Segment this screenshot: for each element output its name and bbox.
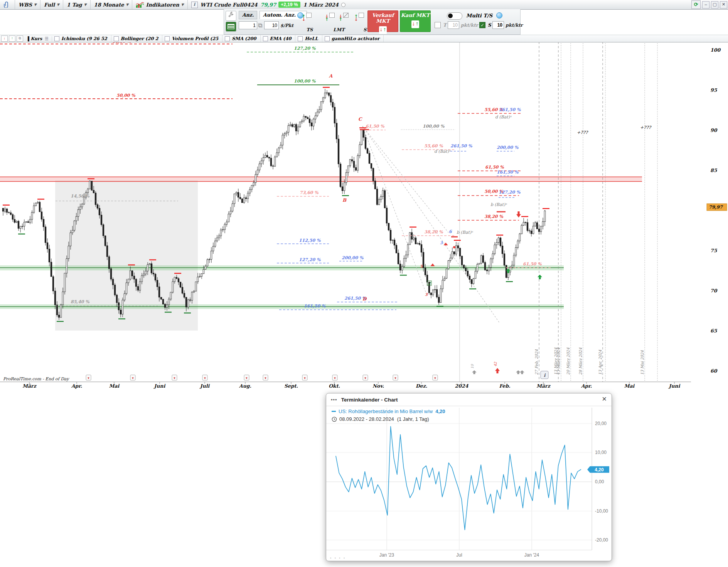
fib-level-label: 55,60 % bbox=[424, 143, 443, 148]
chain-link-icon: ⧉ bbox=[258, 22, 262, 29]
close-button[interactable]: ✕ bbox=[720, 1, 727, 8]
fib-level-label: 85,40 % bbox=[71, 299, 89, 304]
fib-level-label: 127,20 % bbox=[294, 46, 316, 51]
fib-level-label: 161,50 % bbox=[497, 170, 519, 175]
checkbox-icon[interactable] bbox=[263, 36, 268, 41]
svg-text:▾: ▾ bbox=[265, 376, 266, 380]
y-axis-price-label: 90 bbox=[710, 127, 718, 133]
fib-level-label: 161,50 % bbox=[304, 304, 326, 309]
svg-text:▾: ▾ bbox=[204, 376, 206, 380]
order-group-ts[interactable]: ↑↓ bbox=[302, 12, 312, 21]
terminkalender-header[interactable]: ••• Terminkalender - Chart ✕ bbox=[326, 393, 612, 406]
period-detail: (1 Jahr, 1 Tag) bbox=[397, 416, 429, 422]
list-icon: ☰ bbox=[45, 36, 49, 41]
order-group-ts-label: TS bbox=[302, 27, 317, 32]
axis-event-arrow[interactable] bbox=[516, 370, 521, 374]
checkbox-icon[interactable] bbox=[54, 36, 59, 41]
kurs-label: Kurs bbox=[31, 36, 42, 41]
sell-market-button[interactable]: Verkauf MKT ⇣⇡ bbox=[367, 10, 398, 32]
indicator-label: HeLL bbox=[305, 36, 318, 41]
sell-arrow-icon bbox=[516, 211, 521, 218]
multi-ts-toggle[interactable] bbox=[447, 12, 462, 20]
calculator-button[interactable] bbox=[226, 22, 236, 32]
series-label: US: Rohöllagerbestände in Mio Barrel w/w bbox=[339, 408, 433, 414]
pattern-diagonal-line bbox=[362, 126, 427, 296]
x-axis-month-label: 2024 bbox=[455, 383, 468, 389]
indicator-toggle[interactable]: Ichimoku (9 26 52 bbox=[52, 35, 111, 42]
price-down-button[interactable]: ↓ bbox=[1, 35, 8, 42]
tab-anz[interactable]: Anz. bbox=[239, 11, 257, 19]
timeframe-dropdown[interactable]: 1 Tag▼ bbox=[63, 0, 90, 9]
settings-wrench-button[interactable] bbox=[226, 11, 236, 21]
range-dropdown[interactable]: 18 Monate▼ bbox=[91, 0, 133, 9]
tab-autom-anz[interactable]: Autom. Anz. bbox=[260, 11, 307, 19]
calendar-x-label: Jan '23 bbox=[379, 552, 394, 558]
x-axis-month-label: Okt. bbox=[329, 383, 340, 389]
indicator-toggle[interactable]: gannHiLo activator bbox=[322, 35, 384, 42]
order-ticket-icon: ⇣⇡ bbox=[379, 26, 387, 34]
inventory-line-series bbox=[336, 427, 581, 530]
indicator-label: Ichimoku (9 26 52 bbox=[61, 36, 107, 41]
sync-button[interactable]: ⟳ bbox=[691, 0, 701, 9]
indicator-toggle[interactable]: Bollinger (20 2 bbox=[111, 35, 163, 42]
minimize-button[interactable]: – bbox=[702, 1, 709, 8]
layout-dropdown[interactable]: Full▼ bbox=[40, 0, 63, 9]
indicator-toggle[interactable]: SMA (200 bbox=[222, 35, 260, 42]
checkbox-icon[interactable] bbox=[165, 36, 170, 41]
terminkalender-window: ••• Terminkalender - Chart ✕ 20,0010,000… bbox=[326, 393, 612, 561]
quantity-input[interactable] bbox=[239, 21, 257, 29]
calendar-line-chart[interactable]: 20,0010,000,00-10,00-20,00Jan '23JulJan … bbox=[326, 406, 611, 561]
fib-level-label: 261,50 % bbox=[450, 143, 472, 148]
x-axis-month-label: Dez. bbox=[416, 383, 427, 389]
checkbox-icon[interactable] bbox=[225, 36, 230, 41]
calendar-y-label: 10,00 bbox=[595, 450, 607, 455]
y-axis-price-label: 100 bbox=[710, 47, 721, 53]
checkbox-icon[interactable] bbox=[325, 36, 330, 41]
svg-text:▾: ▾ bbox=[174, 376, 175, 380]
x-axis-month-label: März bbox=[536, 383, 551, 389]
price-up-button[interactable]: ↑ bbox=[9, 35, 15, 42]
stop-checkbox[interactable]: ✓ bbox=[479, 22, 485, 28]
terminkalender-body: 20,0010,000,00-10,00-20,00Jan '23JulJan … bbox=[326, 406, 612, 561]
symbol-list-dropdown[interactable]: WBS▼ bbox=[15, 0, 40, 9]
horizontal-band bbox=[0, 177, 642, 182]
signal-triangle bbox=[443, 243, 448, 245]
axis-event-arrow[interactable] bbox=[472, 370, 477, 374]
indicator-toggle[interactable]: Volumen Profil (25 bbox=[162, 35, 222, 42]
buy-market-button[interactable]: Kauf MKT ⇣⇡ bbox=[400, 10, 431, 32]
info-icon[interactable]: i bbox=[191, 2, 198, 8]
order-group-lmt[interactable]: ↓↑ ↓↑ bbox=[325, 12, 349, 21]
duplicate-window-button[interactable]: ⧉ bbox=[17, 35, 23, 42]
kurs-selector[interactable]: ▐ Kurs ☰ bbox=[23, 36, 52, 41]
indicators-dropdown[interactable]: Indikatoren▼ bbox=[132, 0, 187, 9]
points-input[interactable] bbox=[264, 21, 279, 29]
fib-level-label: 3 bbox=[440, 241, 443, 245]
indicator-label: EMA (40 bbox=[270, 36, 292, 41]
event-date-label: 13 Mai 2024 bbox=[640, 350, 644, 375]
link-tool[interactable] bbox=[0, 0, 15, 9]
calendar-x-label: Jul bbox=[456, 552, 462, 558]
x-axis-month-label: Juni bbox=[668, 383, 681, 389]
fib-level-label: d (Bat)ˢ bbox=[495, 115, 512, 120]
calendar-y-label: -20,00 bbox=[595, 537, 608, 543]
checkbox-icon[interactable] bbox=[114, 36, 119, 41]
maximize-button[interactable]: ▢ bbox=[711, 1, 718, 8]
main-price-chart[interactable]: 27 Feb. 202413 März 202413 März 202420 M… bbox=[0, 0, 728, 390]
close-icon[interactable]: ✕ bbox=[602, 395, 607, 403]
svg-text:▾: ▾ bbox=[304, 376, 306, 380]
date-radio[interactable] bbox=[341, 3, 345, 7]
axis-event-arrow[interactable] bbox=[495, 368, 500, 373]
fib-level-label: 100,00 % bbox=[294, 79, 316, 84]
fib-level-label: 61,50 % bbox=[366, 124, 384, 129]
indicator-chart-icon bbox=[136, 2, 144, 8]
drag-handle-icon[interactable]: ••• bbox=[331, 397, 337, 403]
indicator-toggle[interactable]: EMA (40 bbox=[261, 35, 296, 42]
target-points-input[interactable] bbox=[448, 21, 459, 29]
fib-level-label: 200,00 % bbox=[342, 255, 364, 260]
fib-level-label: 127,20 % bbox=[499, 190, 521, 195]
stop-points-input[interactable] bbox=[492, 21, 504, 29]
indicator-toggle[interactable]: HeLL bbox=[295, 35, 322, 42]
series-legend-row[interactable]: US: Rohöllagerbestände in Mio Barrel w/w… bbox=[332, 408, 445, 414]
checkbox-icon[interactable] bbox=[298, 36, 303, 41]
target-checkbox[interactable] bbox=[435, 22, 441, 28]
